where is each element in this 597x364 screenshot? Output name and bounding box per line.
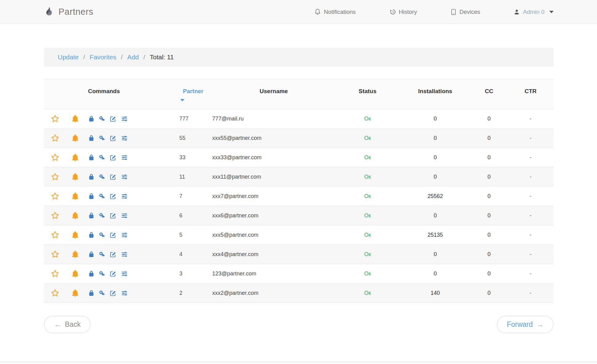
installations-cell: 0	[400, 109, 471, 129]
notification-bell-icon[interactable]	[71, 250, 79, 259]
settings-sliders-icon[interactable]	[121, 270, 128, 277]
installations-cell: 0	[400, 206, 471, 225]
lock-icon[interactable]	[88, 289, 95, 297]
favorite-star-icon[interactable]	[51, 114, 59, 123]
key-icon[interactable]	[98, 289, 106, 297]
key-icon[interactable]	[98, 173, 106, 180]
edit-icon[interactable]	[109, 231, 117, 239]
partner-id-cell: 777	[155, 109, 207, 129]
partners-table: Commands Partner Username Status Install…	[44, 79, 554, 303]
forward-button[interactable]: Forward →	[497, 316, 554, 333]
settings-sliders-icon[interactable]	[121, 115, 128, 122]
edit-icon[interactable]	[109, 251, 117, 258]
settings-sliders-icon[interactable]	[121, 212, 128, 219]
notification-bell-icon[interactable]	[71, 153, 79, 162]
bell-outline-icon	[314, 8, 321, 16]
installations-cell: 0	[400, 148, 471, 167]
partner-id-cell: 7	[155, 187, 207, 206]
settings-sliders-icon[interactable]	[121, 154, 128, 161]
edit-icon[interactable]	[109, 290, 117, 297]
settings-sliders-icon[interactable]	[121, 251, 128, 258]
favorite-star-icon[interactable]	[51, 172, 59, 181]
brand[interactable]: Partners	[43, 6, 94, 18]
row-commands	[44, 289, 155, 297]
edit-icon[interactable]	[109, 212, 117, 219]
key-icon[interactable]	[98, 251, 106, 258]
settings-sliders-icon[interactable]	[121, 135, 128, 142]
action-toolbar: Update / Favorites / Add / Total: 11	[44, 48, 554, 67]
lock-icon[interactable]	[88, 154, 95, 161]
status-badge: Oк	[335, 245, 400, 264]
edit-icon[interactable]	[109, 173, 117, 180]
key-icon[interactable]	[98, 134, 106, 142]
edit-icon[interactable]	[109, 270, 117, 277]
username-cell: 123@partner.com	[207, 264, 335, 283]
favorite-star-icon[interactable]	[51, 153, 59, 162]
lock-icon[interactable]	[88, 134, 95, 142]
notification-bell-icon[interactable]	[71, 115, 79, 123]
table-row: 6 xxx6@partner.com Oк 0 0 -	[44, 206, 554, 225]
settings-sliders-icon[interactable]	[121, 173, 128, 180]
key-icon[interactable]	[98, 270, 106, 277]
nav-item-devices[interactable]: Devices	[450, 8, 480, 16]
notification-bell-icon[interactable]	[71, 289, 79, 297]
key-icon[interactable]	[98, 115, 106, 122]
edit-icon[interactable]	[109, 193, 117, 200]
nav-item-history[interactable]: History	[389, 8, 417, 15]
favorite-star-icon[interactable]	[51, 250, 59, 259]
favorite-star-icon[interactable]	[51, 134, 59, 142]
edit-icon[interactable]	[109, 154, 117, 161]
notification-bell-icon[interactable]	[71, 134, 79, 142]
favorite-star-icon[interactable]	[51, 269, 59, 278]
username-cell: 777@mail.ru	[207, 109, 335, 129]
favorite-star-icon[interactable]	[51, 211, 59, 220]
lock-icon[interactable]	[88, 231, 95, 239]
cc-cell: 0	[471, 225, 507, 245]
status-badge: Oк	[335, 283, 400, 303]
table-row: 55 xxx55@partner.com Oк 0 0 -	[44, 129, 554, 148]
favorite-star-icon[interactable]	[51, 231, 59, 239]
notification-bell-icon[interactable]	[71, 173, 79, 181]
favorites-link[interactable]: Favorites	[90, 53, 116, 61]
edit-icon[interactable]	[109, 115, 117, 122]
settings-sliders-icon[interactable]	[121, 193, 128, 200]
lock-icon[interactable]	[88, 251, 95, 258]
notification-bell-icon[interactable]	[71, 270, 79, 278]
status-badge: Oк	[335, 148, 400, 167]
notification-bell-icon[interactable]	[71, 192, 79, 200]
header-partner-sortable[interactable]: Partner	[155, 79, 207, 109]
lock-icon[interactable]	[88, 173, 95, 180]
nav-item-label: Devices	[460, 9, 480, 15]
notification-bell-icon[interactable]	[71, 212, 79, 220]
partner-sort-link[interactable]: Partner	[183, 88, 204, 95]
installations-cell: 0	[400, 264, 471, 283]
lock-icon[interactable]	[88, 270, 95, 277]
settings-sliders-icon[interactable]	[121, 231, 128, 239]
header-commands: Commands	[44, 79, 155, 109]
notification-bell-icon[interactable]	[71, 231, 79, 239]
key-icon[interactable]	[98, 154, 106, 161]
lock-icon[interactable]	[88, 115, 95, 122]
username-cell: xxx7@partner.com	[207, 187, 335, 206]
lock-icon[interactable]	[88, 192, 95, 200]
status-badge: Oк	[335, 187, 400, 206]
left-arrow-icon: ←	[54, 320, 61, 329]
table-row: 777 777@mail.ru Oк 0 0 -	[44, 109, 554, 129]
user-menu[interactable]: Admin 0	[513, 9, 554, 15]
edit-icon[interactable]	[109, 135, 117, 142]
partner-id-cell: 55	[155, 129, 207, 148]
favorite-star-icon[interactable]	[51, 192, 59, 200]
lock-icon[interactable]	[88, 212, 95, 219]
settings-sliders-icon[interactable]	[121, 290, 128, 297]
key-icon[interactable]	[98, 192, 106, 200]
nav-item-notifications[interactable]: Notifications	[314, 8, 356, 16]
key-icon[interactable]	[98, 231, 106, 239]
chevron-down-icon	[549, 11, 554, 13]
update-link[interactable]: Update	[58, 53, 79, 61]
favorite-star-icon[interactable]	[51, 289, 59, 297]
add-link[interactable]: Add	[127, 53, 139, 61]
key-icon[interactable]	[98, 212, 106, 219]
top-navbar: Partners Notifications History	[0, 0, 597, 24]
back-button[interactable]: ← Back	[44, 316, 91, 333]
status-badge: Oк	[335, 109, 400, 129]
